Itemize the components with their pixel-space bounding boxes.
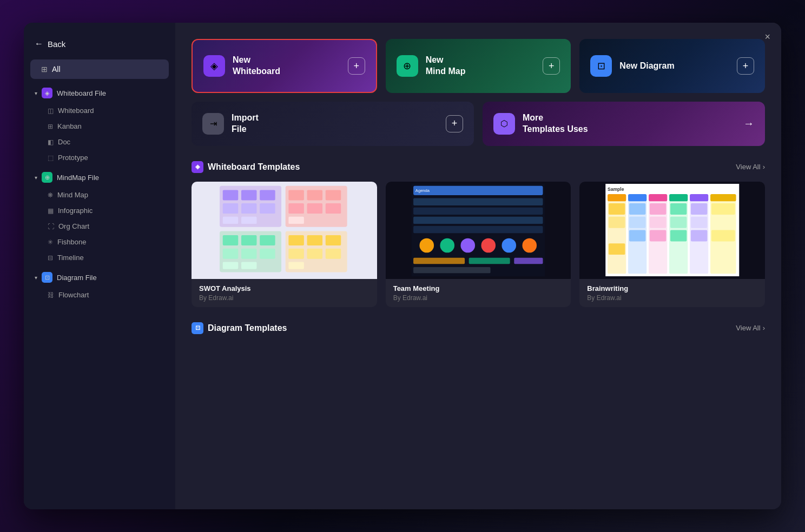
- new-diagram-card[interactable]: ⊡ New Diagram +: [579, 39, 765, 93]
- svg-rect-67: [609, 230, 625, 242]
- svg-rect-40: [413, 226, 543, 233]
- svg-rect-31: [307, 249, 322, 259]
- doc-label: Doc: [58, 138, 70, 146]
- prototype-icon: ⬚: [48, 154, 54, 162]
- svg-rect-29: [325, 235, 341, 245]
- svg-rect-4: [222, 190, 238, 200]
- sidebar-group-diagram-header[interactable]: ▾ ⊡ Diagram File: [24, 268, 175, 287]
- diagram-chevron-right-icon: ›: [763, 324, 765, 332]
- svg-rect-64: [710, 194, 736, 201]
- mindmap-card-icon: ⊕: [397, 55, 418, 77]
- svg-rect-60: [628, 194, 646, 201]
- svg-rect-14: [325, 190, 341, 200]
- more-templates-arrow-icon: →: [743, 117, 754, 130]
- sidebar-group-whiteboard-header[interactable]: ▾ ◈ Whiteboard File: [24, 83, 175, 103]
- svg-rect-20: [241, 235, 257, 245]
- svg-rect-70: [629, 217, 645, 228]
- template-card-swot-author: By Edraw.ai: [199, 294, 369, 302]
- sidebar-group-whiteboard: ▾ ◈ Whiteboard File ◫ Whiteboard ⊞ Kanba…: [24, 83, 175, 165]
- svg-rect-32: [325, 249, 341, 259]
- sidebar-item-doc[interactable]: ◧ Doc: [24, 134, 175, 150]
- svg-point-46: [523, 238, 537, 253]
- whiteboard-label: Whiteboard: [58, 107, 94, 115]
- fishbone-label: Fishbone: [57, 238, 86, 246]
- more-templates-title: MoreTemplates Uses: [523, 112, 588, 135]
- sidebar-group-mindmap: ▾ ⊕ MindMap File ❋ Mind Map ▦ Infographi…: [24, 168, 175, 265]
- sidebar-item-all[interactable]: ⊞ All: [30, 59, 169, 79]
- sidebar-item-infographic[interactable]: ▦ Infographic: [24, 203, 175, 218]
- sidebar-item-whiteboard[interactable]: ◫ Whiteboard: [24, 103, 175, 118]
- whiteboard-icon: ◫: [48, 107, 54, 115]
- sidebar-item-fishbone[interactable]: ✳ Fishbone: [24, 234, 175, 250]
- svg-point-45: [502, 238, 517, 253]
- svg-point-41: [420, 238, 434, 253]
- svg-rect-73: [650, 217, 666, 228]
- template-card-brain[interactable]: Sample: [579, 182, 765, 307]
- svg-rect-66: [609, 217, 625, 228]
- template-card-swot-body: SWOT Analysis By Edraw.ai: [192, 279, 377, 307]
- whiteboard-templates-header: ◈ Whiteboard Templates View All ›: [192, 161, 765, 173]
- whiteboard-template-cards: SWOT Analysis By Edraw.ai Agenda: [192, 182, 765, 307]
- svg-rect-28: [307, 235, 322, 245]
- back-button[interactable]: ← Back: [24, 34, 175, 59]
- template-card-swot[interactable]: SWOT Analysis By Edraw.ai: [192, 182, 377, 307]
- fishbone-icon: ✳: [48, 238, 53, 246]
- svg-rect-63: [690, 194, 708, 201]
- diagram-view-all-button[interactable]: View All ›: [736, 324, 765, 332]
- prototype-label: Prototype: [58, 154, 88, 162]
- template-card-brain-title: Brainwriting: [587, 284, 757, 292]
- whiteboard-section-title-text: Whiteboard Templates: [208, 162, 300, 172]
- sidebar-item-kanban[interactable]: ⊞ Kanban: [24, 118, 175, 134]
- svg-rect-21: [260, 235, 275, 245]
- template-card-meeting-title: Team Meeting: [393, 284, 564, 292]
- timeline-label: Timeline: [57, 254, 84, 262]
- svg-rect-18: [288, 217, 304, 224]
- back-arrow-icon: ←: [35, 39, 43, 49]
- more-templates-card[interactable]: ⬡ MoreTemplates Uses →: [483, 102, 765, 146]
- grid-icon: ⊞: [41, 65, 48, 74]
- sidebar-group-mindmap-header[interactable]: ▾ ⊕ MindMap File: [24, 168, 175, 187]
- chevron-down-icon-2: ▾: [35, 175, 37, 181]
- whiteboard-view-all-button[interactable]: View All ›: [736, 163, 765, 171]
- svg-point-42: [440, 238, 455, 253]
- diagram-section-title: ⊡ Diagram Templates: [192, 322, 287, 334]
- svg-rect-24: [260, 249, 275, 259]
- chevron-down-icon-3: ▾: [35, 275, 37, 281]
- sidebar-group-diagram: ▾ ⊡ Diagram File ⛓ Flowchart: [24, 268, 175, 303]
- svg-rect-17: [325, 203, 341, 214]
- action-cards-row2: ⇥ ImportFile + ⬡ MoreTemplates Uses →: [192, 102, 765, 146]
- svg-rect-26: [241, 262, 257, 269]
- svg-rect-76: [670, 217, 687, 228]
- view-all-label: View All: [736, 163, 760, 171]
- svg-text:Agenda: Agenda: [415, 188, 430, 193]
- template-card-meeting-author: By Edraw.ai: [393, 294, 564, 302]
- diagram-card-title: New Diagram: [619, 61, 674, 72]
- svg-rect-74: [650, 230, 666, 242]
- import-file-card[interactable]: ⇥ ImportFile +: [192, 102, 474, 146]
- chevron-down-icon: ▾: [35, 90, 37, 96]
- sidebar-item-flowchart[interactable]: ⛓ Flowchart: [24, 287, 175, 303]
- card-left-whiteboard: ◈ NewWhiteboard: [203, 55, 280, 77]
- sidebar: ← Back ⊞ All ▾ ◈ Whiteboard File ◫ White…: [24, 23, 175, 509]
- infographic-icon: ▦: [48, 207, 54, 215]
- sidebar-item-mindmap[interactable]: ❋ Mind Map: [24, 187, 175, 203]
- mindmap-file-label: MindMap File: [57, 174, 99, 182]
- close-button[interactable]: ×: [764, 31, 770, 43]
- timeline-icon: ⊟: [48, 254, 53, 262]
- sidebar-item-orgchart[interactable]: ⛶ Org Chart: [24, 218, 175, 234]
- template-card-meeting[interactable]: Agenda: [386, 182, 571, 307]
- meeting-preview-svg: Agenda: [390, 184, 566, 276]
- sidebar-item-timeline[interactable]: ⊟ Timeline: [24, 250, 175, 265]
- sidebar-item-prototype[interactable]: ⬚ Prototype: [24, 150, 175, 165]
- svg-rect-37: [413, 198, 543, 205]
- infographic-label: Infographic: [58, 207, 93, 215]
- svg-rect-39: [413, 217, 543, 224]
- svg-rect-5: [241, 190, 257, 200]
- diagram-card-plus-icon: +: [737, 57, 754, 75]
- new-whiteboard-card[interactable]: ◈ NewWhiteboard +: [192, 39, 377, 93]
- template-card-brain-img: Sample: [579, 182, 765, 279]
- whiteboard-section-icon: ◈: [192, 161, 203, 173]
- svg-rect-33: [288, 262, 304, 269]
- new-mindmap-card[interactable]: ⊕ NewMind Map +: [386, 39, 571, 93]
- svg-rect-7: [222, 203, 238, 214]
